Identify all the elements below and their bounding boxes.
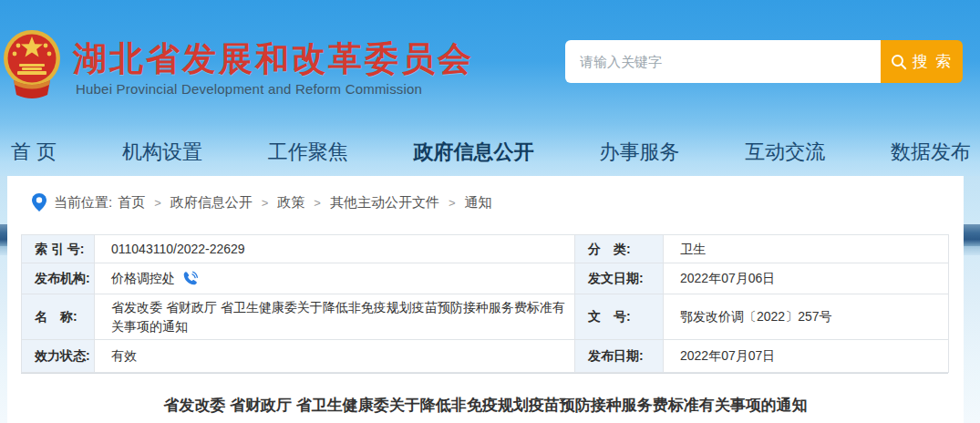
- meta-label-validity-status: 效力状态:: [21, 339, 95, 373]
- meta-value-doc-number: 鄂发改价调〔2022〕257号: [663, 294, 949, 340]
- document-title: 省发改委 省财政厅 省卫生健康委关于降低非免疫规划疫苗预防接种服务费标准有关事项…: [7, 395, 964, 416]
- site-title: 湖北省发展和改革委员会: [73, 36, 474, 82]
- search-button[interactable]: 搜 索: [881, 40, 963, 83]
- meta-label-publish-date: 发布日期:: [574, 339, 664, 373]
- meta-label-name: 名 称:: [21, 294, 95, 340]
- meta-value-publish-date: 2022年07月07日: [663, 339, 949, 373]
- breadcrumb-policy[interactable]: 政策: [277, 194, 304, 212]
- breadcrumb-separator: >: [314, 196, 321, 210]
- nav-item-organization[interactable]: 机构设置: [122, 139, 202, 166]
- search-icon: [891, 54, 907, 70]
- site-subtitle: Hubei Provincial Development and Reform …: [76, 81, 422, 97]
- nav-item-interaction[interactable]: 互动交流: [745, 139, 825, 166]
- breadcrumb-gov-info[interactable]: 政府信息公开: [170, 194, 253, 212]
- meta-label-index-number: 索 引 号:: [21, 234, 95, 263]
- site-header: 湖北省发展和改革委员会 Hubei Provincial Development…: [0, 0, 980, 128]
- nav-item-work-focus[interactable]: 工作聚焦: [268, 139, 348, 166]
- breadcrumb-other-public-docs[interactable]: 其他主动公开文件: [330, 194, 439, 212]
- meta-value-validity-status: 有效: [94, 339, 575, 373]
- nav-item-services[interactable]: 办事服务: [599, 139, 679, 166]
- search-bar: 搜 索: [565, 40, 963, 83]
- meta-value-category: 卫生: [663, 234, 949, 263]
- search-button-label: 搜 索: [913, 51, 954, 72]
- breadcrumb-separator: >: [154, 196, 161, 210]
- meta-label-issuing-agency: 发布机构:: [21, 263, 95, 294]
- national-emblem-logo: [3, 24, 61, 104]
- nav-item-data-release[interactable]: 数据发布: [891, 139, 971, 166]
- breadcrumb-home[interactable]: 首页: [118, 194, 145, 212]
- breadcrumb-separator: >: [449, 196, 456, 210]
- meta-value-name: 省发改委 省财政厅 省卫生健康委关于降低非免疫规划疫苗预防接种服务费标准有关事项…: [94, 294, 575, 340]
- nav-item-gov-info-disclosure[interactable]: 政府信息公开: [414, 139, 534, 166]
- meta-value-index-number: 011043110/2022-22629: [94, 234, 575, 263]
- breadcrumb-separator: >: [262, 196, 269, 210]
- document-metadata-table: 索 引 号: 011043110/2022-22629 分 类: 卫生 发布机构…: [21, 234, 948, 374]
- breadcrumb-notice[interactable]: 通知: [465, 194, 492, 212]
- meta-value-issue-date: 2022年07月06日: [663, 263, 949, 294]
- location-pin-icon: [32, 193, 46, 212]
- meta-value-issuing-agency: 价格调控处: [94, 263, 575, 294]
- phone-icon[interactable]: [182, 271, 198, 286]
- search-input[interactable]: [565, 40, 881, 83]
- issuing-agency-text: 价格调控处: [111, 269, 175, 288]
- main-navigation: 首 页 机构设置 工作聚焦 政府信息公开 办事服务 互动交流 数据发布: [11, 133, 971, 171]
- meta-label-issue-date: 发文日期:: [574, 263, 664, 294]
- meta-label-doc-number: 文 号:: [574, 294, 664, 340]
- nav-item-home[interactable]: 首 页: [11, 139, 57, 166]
- breadcrumb-prefix: 当前位置:: [54, 194, 112, 212]
- breadcrumb: 当前位置: 首页 > 政府信息公开 > 政策 > 其他主动公开文件 > 通知: [32, 191, 492, 213]
- meta-label-category: 分 类:: [574, 234, 664, 263]
- content-panel: 当前位置: 首页 > 政府信息公开 > 政策 > 其他主动公开文件 > 通知 索…: [7, 176, 964, 423]
